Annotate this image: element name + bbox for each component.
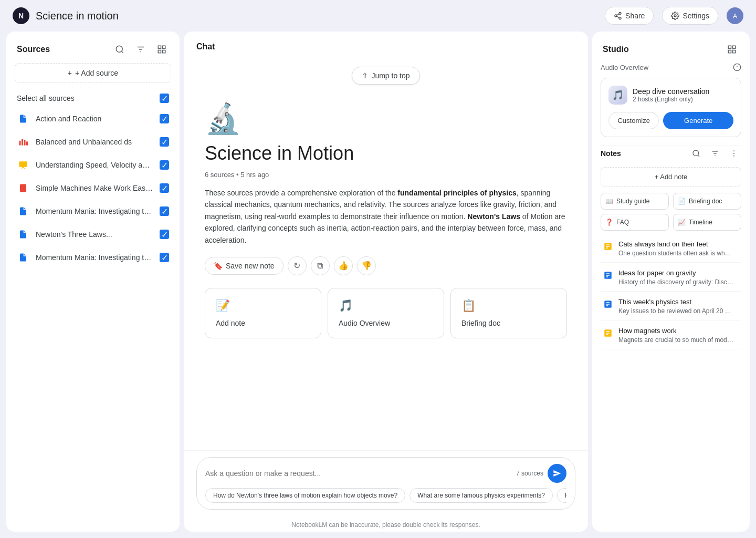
note-item[interactable]: Ideas for paper on gravity History of th… [601,264,741,292]
source-checkbox[interactable]: ✓ [160,253,169,262]
source-icon [17,182,29,194]
doc-icon [18,114,28,123]
notes-filter-button[interactable] [708,146,722,161]
source-icon [17,112,29,125]
refresh-button[interactable]: ↻ [288,256,307,275]
source-checkbox[interactable]: ✓ [160,160,169,170]
source-checkbox[interactable]: ✓ [160,114,169,123]
chat-input-top: 7 sources [205,464,566,483]
source-name: Newton's Three Laws... [36,230,153,239]
suggestion-chip[interactable]: How do the laws of gra... at very high s… [557,488,566,503]
suggestion-card[interactable]: 📝 Add note [205,288,321,338]
chat-content: ⇧ Jump to top 🔬 Science in Motion 6 sour… [184,58,588,450]
studio-layout-button[interactable] [724,42,739,57]
source-item[interactable]: Newton's Three Laws... ✓ [6,223,180,246]
settings-button[interactable]: Settings [662,7,718,25]
note-preview: One question students often ask is why c… [618,250,734,257]
svg-rect-20 [733,46,736,48]
copy-button[interactable]: ⧉ [311,256,330,275]
source-item[interactable]: Momentum Mania: Investigating th... ✓ [6,200,180,223]
sidebar-icons [112,42,169,57]
chat-panel: Chat ⇧ Jump to top 🔬 Science in Motion 6… [184,32,588,532]
deep-dive-top: 🎵 Deep dive conversation 2 hosts (Englis… [608,86,733,105]
note-type-btns: 📖Study guide📄Briefing doc❓FAQ📈Timeline [601,193,741,231]
send-button[interactable] [548,464,566,483]
note-type-briefing-doc-button[interactable]: 📄Briefing doc [673,193,741,210]
notes-search-button[interactable] [689,146,704,161]
source-item[interactable]: Action and Reaction ✓ [6,107,180,130]
note-item[interactable]: How magnets work Magnets are crucial to … [601,322,741,349]
main-layout: Sources + + Add source Select all source… [0,32,756,538]
thumbs-up-icon: 👍 [338,261,349,271]
select-all-checkbox[interactable]: ✓ [160,94,169,103]
doc-icon [18,206,28,216]
note-type-faq-button[interactable]: ❓FAQ [601,214,669,231]
notes-header: Notes [601,146,741,161]
deep-dive-title: Deep dive conversation [633,87,709,96]
suggestion-card[interactable]: 📋 Briefing doc [450,288,567,338]
jump-to-top-area: ⇧ Jump to top [184,58,588,93]
note-color-icon [603,271,613,280]
svg-rect-12 [163,50,165,53]
thumbs-down-button[interactable]: 👎 [357,256,376,275]
source-checkbox[interactable]: ✓ [160,183,169,193]
source-item[interactable]: Balanced and Unbalanced ds ✓ [6,130,180,153]
message-bold-2: Newton's Laws [467,212,520,221]
suggestion-cards: 📝 Add note 🎵 Audio Overview 📋 Briefing d… [184,288,588,349]
layout-icon [157,45,166,54]
avatar[interactable]: A [727,7,743,24]
note-item[interactable]: This week's physics test Key issues to b… [601,293,741,320]
source-checkbox[interactable]: ✓ [160,137,169,147]
thumbs-up-button[interactable]: 👍 [334,256,353,275]
source-item[interactable]: Simple Machines Make Work Easier... ✓ [6,177,180,200]
source-checkbox[interactable]: ✓ [160,230,169,239]
note-type-timeline-button[interactable]: 📈Timeline [673,214,741,231]
note-type-study-guide-button[interactable]: 📖Study guide [601,193,669,210]
suggestion-chip[interactable]: What are some famous physics experiments… [410,488,553,503]
message-body: These sources provide a comprehensive ex… [205,187,567,246]
message-bold-1: fundamental principles of physics [397,189,516,197]
deep-dive-actions: Customize Generate [608,112,733,129]
source-item[interactable]: Momentum Mania: Investigating th... ✓ [6,246,180,269]
note-color-icon [603,242,613,251]
generate-button[interactable]: Generate [663,112,733,129]
source-icon [17,251,29,264]
svg-point-26 [693,150,699,156]
note-type-icon: 📄 [678,198,686,205]
source-name: Momentum Mania: Investigating th... [36,207,153,215]
suggestion-icon: 📝 [216,299,310,313]
audio-overview-label: Audio Overview [601,63,741,71]
notes-search-icon [692,149,700,158]
chat-header: Chat [184,32,588,58]
search-button[interactable] [112,42,127,57]
notes-filter-icon [711,149,719,158]
suggestion-card[interactable]: 🎵 Audio Overview [328,288,444,338]
share-button[interactable]: Share [605,7,654,25]
select-all-row[interactable]: Select all sources ✓ [6,89,180,107]
suggestion-icon: 📋 [461,299,556,313]
note-item[interactable]: Cats always land on their feet One quest… [601,235,741,263]
more-icon [730,149,738,158]
suggestion-label: Audio Overview [339,319,433,327]
studio-header: Studio [592,32,750,63]
save-note-button[interactable]: 🔖 Save new note [205,257,284,275]
notes-more-button[interactable] [727,146,741,161]
add-note-button[interactable]: + Add note [601,167,741,187]
jump-to-top-button[interactable]: ⇧ Jump to top [352,67,419,85]
add-source-button[interactable]: + + Add source [15,63,171,83]
source-item[interactable]: Understanding Speed, Velocity and... ✓ [6,153,180,177]
info-icon [733,63,741,71]
svg-rect-17 [26,141,28,146]
customize-button[interactable]: Customize [608,112,659,129]
chat-input-box: 7 sources How do Newton's three laws of … [196,457,575,510]
note-type-label: Study guide [616,198,649,205]
message-title: Science in Motion [205,142,354,164]
plus-icon: + [68,69,72,77]
suggestion-label: Briefing doc [461,319,556,327]
layout-button[interactable] [154,42,169,57]
svg-rect-14 [19,141,21,146]
filter-button[interactable] [133,42,148,57]
chat-input[interactable] [205,469,512,478]
source-checkbox[interactable]: ✓ [160,206,169,216]
suggestion-chip[interactable]: How do Newton's three laws of motion exp… [205,488,405,503]
